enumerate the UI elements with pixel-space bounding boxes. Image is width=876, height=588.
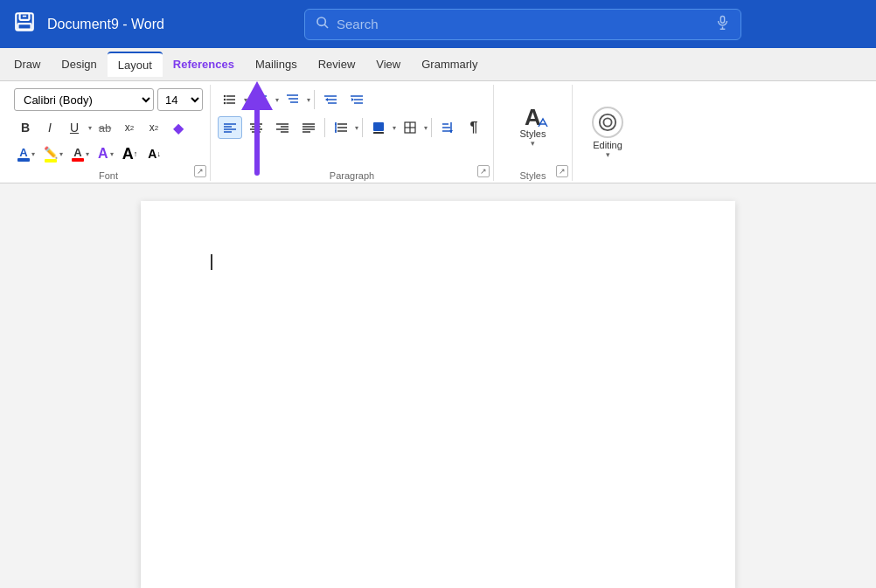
- font-group-expand[interactable]: ↗: [194, 165, 206, 177]
- format-row-1: B I U ▾ ab x2 x2 ◆: [14, 116, 190, 139]
- align-right-button[interactable]: [270, 116, 295, 139]
- align-left-button[interactable]: [218, 116, 242, 139]
- underline-dropdown[interactable]: ▾: [88, 124, 92, 132]
- styles-dropdown-arrow[interactable]: ▾: [531, 139, 535, 148]
- justify-button[interactable]: [296, 116, 321, 139]
- decrease-indent-button[interactable]: [318, 88, 343, 111]
- svg-text:3: 3: [255, 100, 258, 105]
- document-title: Document9 - Word: [47, 17, 164, 32]
- svg-line-5: [324, 24, 328, 28]
- font-group: Calibri (Body) 14 B I U ▾ ab x2 x2 ◆: [7, 85, 211, 181]
- svg-rect-6: [720, 16, 724, 23]
- editing-icon: [592, 107, 623, 138]
- multilevel-dropdown[interactable]: ▾: [307, 96, 310, 104]
- borders-dropdown[interactable]: ▾: [424, 124, 428, 132]
- text-cursor: [211, 254, 212, 270]
- text-effects-button[interactable]: ◆: [167, 116, 190, 139]
- title-bar: Document9 - Word: [0, 0, 876, 48]
- svg-point-14: [224, 102, 226, 104]
- strikethrough-button[interactable]: ab: [94, 116, 116, 139]
- increase-indent-button[interactable]: [344, 88, 369, 111]
- font-selector-row: Calibri (Body) 14: [14, 88, 203, 111]
- svg-marker-31: [351, 98, 354, 101]
- svg-rect-54: [373, 122, 384, 131]
- shading-button[interactable]: [366, 116, 391, 139]
- svg-rect-55: [373, 132, 384, 134]
- paragraph-group: ▾ 123 ▾ ▾: [211, 85, 494, 181]
- highlight-color-button[interactable]: ✏️ ▾: [40, 143, 66, 165]
- tab-draw[interactable]: Draw: [3, 52, 51, 76]
- borders-button[interactable]: [398, 116, 422, 139]
- underline-button[interactable]: U: [63, 116, 86, 139]
- font-size-select[interactable]: 14: [157, 88, 203, 111]
- paragraph-group-expand[interactable]: ↗: [477, 165, 490, 177]
- font-name-select[interactable]: Calibri (Body): [14, 88, 154, 111]
- styles-group-expand[interactable]: ↗: [556, 165, 568, 177]
- svg-point-12: [224, 95, 226, 97]
- ribbon: Calibri (Body) 14 B I U ▾ ab x2 x2 ◆: [0, 81, 876, 183]
- align-center-button[interactable]: [244, 116, 268, 139]
- multilevel-button[interactable]: [281, 88, 305, 111]
- font-grow-button[interactable]: A↑: [119, 142, 142, 165]
- bullets-dropdown[interactable]: ▾: [244, 96, 247, 104]
- svg-point-65: [600, 114, 615, 130]
- shading-dropdown[interactable]: ▾: [393, 124, 396, 132]
- tab-references[interactable]: References: [163, 52, 245, 76]
- sort-button[interactable]: [435, 116, 460, 139]
- tab-review[interactable]: Review: [308, 52, 366, 76]
- document-area: [0, 183, 876, 588]
- editing-button[interactable]: Editing ▾: [581, 102, 634, 163]
- ribbon-tabs: Draw Design Layout References Mailings R…: [0, 48, 876, 81]
- svg-rect-2: [17, 24, 31, 29]
- font-color3-button[interactable]: A ▾: [94, 144, 117, 163]
- save-icon: [10, 10, 38, 38]
- search-icon: [316, 16, 330, 33]
- bullets-button[interactable]: [218, 88, 242, 111]
- tab-design[interactable]: Design: [51, 52, 107, 76]
- paragraph-group-label: Paragraph: [218, 169, 486, 181]
- editing-dropdown-arrow[interactable]: ▾: [606, 150, 610, 159]
- font-group-label: Font: [14, 169, 203, 181]
- svg-point-13: [224, 99, 226, 100]
- subscript-button[interactable]: x2: [118, 116, 141, 139]
- font-shrink-button[interactable]: A↓: [143, 142, 166, 165]
- tab-view[interactable]: View: [365, 52, 411, 76]
- svg-marker-27: [325, 98, 328, 101]
- search-input[interactable]: [337, 17, 708, 31]
- bold-button[interactable]: B: [14, 116, 37, 139]
- microphone-icon[interactable]: [715, 15, 730, 34]
- styles-group: A Styles ▾ Styles ↗: [494, 85, 573, 181]
- tab-layout[interactable]: Layout: [108, 52, 163, 77]
- superscript-button[interactable]: x2: [143, 116, 165, 139]
- tab-mailings[interactable]: Mailings: [245, 52, 308, 76]
- document-page[interactable]: [141, 201, 735, 588]
- pilcrow-button[interactable]: ¶: [462, 116, 486, 139]
- editing-group: Editing ▾: [573, 85, 643, 181]
- svg-point-66: [603, 118, 611, 126]
- line-spacing-dropdown[interactable]: ▾: [355, 124, 358, 132]
- editing-label: Editing: [593, 140, 622, 150]
- search-bar: [304, 9, 741, 40]
- font-color2-button[interactable]: A ▾: [68, 144, 93, 164]
- para-list-row: ▾ 123 ▾ ▾: [218, 88, 369, 111]
- numbering-dropdown[interactable]: ▾: [275, 96, 279, 104]
- para-align-row: ▾ ▾ ▾ ¶: [218, 116, 486, 139]
- italic-button[interactable]: I: [38, 116, 61, 139]
- tab-grammarly[interactable]: Grammarly: [411, 52, 488, 76]
- numbering-button[interactable]: 123: [249, 88, 274, 111]
- font-color-button[interactable]: A ▾: [14, 144, 38, 164]
- line-spacing-button[interactable]: [329, 116, 353, 139]
- color-row: A ▾ ✏️ ▾ A ▾: [14, 142, 166, 165]
- svg-point-4: [317, 17, 325, 25]
- styles-button[interactable]: A Styles ▾: [511, 101, 555, 152]
